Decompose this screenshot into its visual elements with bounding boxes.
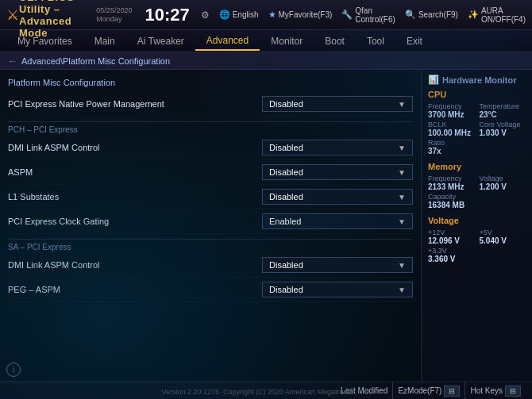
hw-cpu-title: CPU <box>428 90 526 99</box>
divider-pch: PCH – PCI Express <box>8 121 413 136</box>
language-selector[interactable]: 🌐 English <box>219 10 259 20</box>
hotkeys-btn[interactable]: ⊟ <box>505 386 521 397</box>
config-row-dmi-pch: DMI Link ASPM Control Disabled ▼ <box>8 136 413 160</box>
star-icon: ★ <box>268 10 276 20</box>
hw-monitor-title: 📊 Hardware Monitor <box>428 75 526 85</box>
hw-mem-freq: Frequency 2133 MHz <box>428 175 475 191</box>
config-row-pci-power: PCI Express Native Power Management Disa… <box>8 92 413 117</box>
footer-ezmode[interactable]: EzMode(F7) ⊟ <box>393 382 465 399</box>
tab-tool[interactable]: Tool <box>356 33 395 50</box>
qfan-button[interactable]: 🔧 Qfan Control(F6) <box>341 6 395 24</box>
config-label-l1: L1 Substates <box>8 192 59 201</box>
config-select-clock-gating[interactable]: Enabled ▼ <box>262 213 413 229</box>
config-select-dmi-sa[interactable]: Disabled ▼ <box>262 257 413 273</box>
hw-voltage-title: Voltage <box>428 216 526 225</box>
config-label-clock-gating: PCI Express Clock Gating <box>8 217 109 226</box>
dropdown-arrow-icon: ▼ <box>398 286 406 294</box>
hw-mem-capacity: Capacity 16384 MB <box>428 193 475 209</box>
tab-boot[interactable]: Boot <box>314 33 356 50</box>
tab-monitor[interactable]: Monitor <box>260 33 314 50</box>
hw-cpu-section: CPU Frequency 3700 MHz Temperature 23°C … <box>428 90 526 155</box>
hw-bclk-label: BCLK 100.00 MHz <box>428 121 475 137</box>
main-layout: Platform Misc Configuration PCI Express … <box>0 70 532 382</box>
hardware-monitor-panel: 📊 Hardware Monitor CPU Frequency 3700 MH… <box>421 70 532 382</box>
config-row-peg: PEG – ASPM Disabled ▼ <box>8 278 413 302</box>
hw-5v: +5V 5.040 V <box>480 228 526 245</box>
aura-button[interactable]: ✨ AURA ON/OFF(F4) <box>468 6 526 24</box>
hw-mem-voltage: Voltage 1.200 V <box>480 175 526 191</box>
bios-background: ⚔ UEFI BIOS Utility – Advanced Mode 05/2… <box>0 0 532 399</box>
config-row-aspm: ASPM Disabled ▼ <box>8 160 413 185</box>
tab-advanced[interactable]: Advanced <box>195 32 260 51</box>
dropdown-arrow-icon: ▼ <box>398 193 406 201</box>
config-label-pci-power: PCI Express Native Power Management <box>8 99 164 109</box>
back-arrow-icon[interactable]: ← <box>8 56 17 67</box>
dropdown-arrow-icon: ▼ <box>398 144 406 152</box>
config-select-l1[interactable]: Disabled ▼ <box>262 189 413 205</box>
header-tools: 05/25/2020 Monday 10:27 ⚙ 🌐 English ★ My… <box>96 5 526 25</box>
hw-cpu-freq-label: Frequency 3700 MHz <box>428 102 475 119</box>
fan-icon: 🔧 <box>341 10 353 20</box>
dropdown-arrow-icon: ▼ <box>398 217 406 226</box>
date-display: 05/25/2020 Monday <box>96 6 132 24</box>
hw-cpu-temp-label: Temperature 23°C <box>480 102 526 119</box>
tab-exit[interactable]: Exit <box>395 33 434 50</box>
config-select-aspm[interactable]: Disabled ▼ <box>262 164 413 180</box>
config-row-clock-gating: PCI Express Clock Gating Enabled ▼ <box>8 209 413 234</box>
dropdown-arrow-icon: ▼ <box>398 168 406 177</box>
breadcrumb: ← Advanced\Platform Misc Configuration <box>0 52 532 70</box>
config-label-dmi-pch: DMI Link ASPM Control <box>8 143 100 152</box>
nav-tabs: My Favorites Main Ai Tweaker Advanced Mo… <box>0 30 532 52</box>
hw-memory-title: Memory <box>428 162 526 171</box>
hw-memory-grid: Frequency 2133 MHz Voltage 1.200 V Capac… <box>428 175 526 209</box>
hw-cpu-grid: Frequency 3700 MHz Temperature 23°C BCLK… <box>428 102 526 155</box>
config-select-peg[interactable]: Disabled ▼ <box>262 282 413 297</box>
hw-voltage-section: Voltage +12V 12.096 V +5V 5.040 V +3.3V … <box>428 216 526 263</box>
hw-voltage-grid: +12V 12.096 V +5V 5.040 V +3.3V 3.360 V <box>428 228 526 263</box>
dropdown-arrow-icon: ▼ <box>398 261 406 270</box>
globe-icon: 🌐 <box>219 10 230 20</box>
config-select-dmi-pch[interactable]: Disabled ▼ <box>262 140 413 155</box>
search-icon: 🔍 <box>405 10 416 20</box>
hw-ratio-label: Ratio 37x <box>428 139 475 155</box>
hw-12v: +12V 12.096 V <box>428 228 475 245</box>
config-row-l1: L1 Substates Disabled ▼ <box>8 185 413 209</box>
tab-my-favorites[interactable]: My Favorites <box>6 33 83 50</box>
header-bar: ⚔ UEFI BIOS Utility – Advanced Mode 05/2… <box>0 0 532 30</box>
settings-icon[interactable]: ⚙ <box>201 10 210 21</box>
config-select-pci-power[interactable]: Disabled ▼ <box>262 96 413 112</box>
content-area: Platform Misc Configuration PCI Express … <box>0 70 421 382</box>
config-label-aspm: ASPM <box>8 167 33 177</box>
search-button[interactable]: 🔍 Search(F9) <box>405 10 458 20</box>
page-title: Platform Misc Configuration <box>8 78 413 87</box>
logo-icon: ⚔ <box>6 6 19 24</box>
hw-core-voltage-label: Core Voltage 1.030 V <box>480 121 526 137</box>
monitor-icon: 📊 <box>428 75 439 85</box>
breadcrumb-path: Advanced\Platform Misc Configuration <box>21 56 170 66</box>
config-row-dmi-sa: DMI Link ASPM Control Disabled ▼ <box>8 253 413 278</box>
tab-ai-tweaker[interactable]: Ai Tweaker <box>126 33 195 50</box>
copyright-text: Version 2.20.1276. Copyright (C) 2020 Am… <box>161 388 370 396</box>
hw-33v: +3.3V 3.360 V <box>428 247 475 263</box>
config-label-peg: PEG – ASPM <box>8 285 60 294</box>
divider-sa: SA – PCI Express <box>8 239 413 253</box>
myfavorite-button[interactable]: ★ MyFavorite(F3) <box>268 10 333 20</box>
hw-memory-section: Memory Frequency 2133 MHz Voltage 1.200 … <box>428 162 526 209</box>
dropdown-arrow-icon: ▼ <box>398 100 406 109</box>
footer-hotkeys[interactable]: Hot Keys ⊟ <box>465 382 526 399</box>
info-button[interactable]: i <box>6 363 21 377</box>
config-label-dmi-sa: DMI Link ASPM Control <box>8 260 100 270</box>
time-display: 10:27 <box>145 5 189 25</box>
aura-icon: ✨ <box>468 10 479 20</box>
tab-main[interactable]: Main <box>83 33 126 50</box>
ezmode-btn[interactable]: ⊟ <box>444 386 460 397</box>
